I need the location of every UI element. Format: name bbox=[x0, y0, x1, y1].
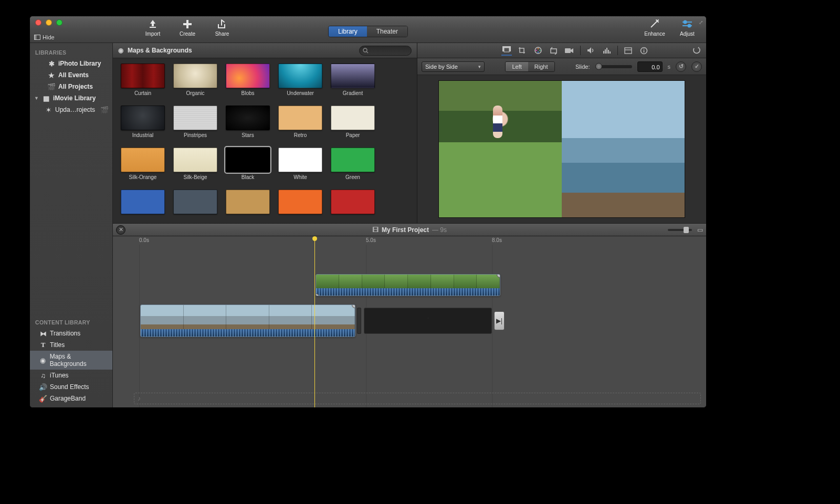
close-window-button[interactable] bbox=[35, 19, 41, 26]
content-maps-backgrounds[interactable]: ◉ Maps & Backgrounds bbox=[30, 351, 112, 370]
swatch-green[interactable]: Green bbox=[330, 148, 375, 180]
swatch-label: Underwater bbox=[287, 90, 314, 96]
backgrounds-browser: ◉ Maps & Backgrounds CurtainOrganicBlobs… bbox=[113, 43, 417, 223]
content-itunes[interactable]: ♫ iTunes bbox=[30, 370, 112, 381]
eq-tool-icon[interactable] bbox=[602, 45, 612, 56]
reset-button[interactable]: ↺ bbox=[676, 61, 686, 72]
stabilize-tool-icon[interactable] bbox=[549, 45, 559, 56]
swatch-blobs[interactable]: Blobs bbox=[225, 64, 270, 96]
swatch-curtain[interactable]: Curtain bbox=[120, 64, 165, 96]
camera-tool-icon[interactable] bbox=[564, 45, 575, 56]
transition-handle[interactable]: ▶| bbox=[494, 311, 505, 330]
playhead[interactable] bbox=[314, 236, 315, 407]
swatch-orange[interactable] bbox=[278, 190, 323, 214]
library-tab[interactable]: Library bbox=[329, 26, 367, 37]
swatch-gradient[interactable]: Gradient bbox=[330, 64, 375, 96]
swatch-white[interactable]: White bbox=[278, 148, 323, 180]
tick: 5.0s bbox=[366, 237, 376, 243]
swatch-blue[interactable] bbox=[120, 190, 165, 214]
swatch-red[interactable] bbox=[330, 190, 375, 214]
zoom-window-button[interactable] bbox=[56, 19, 62, 26]
swatch-box bbox=[121, 106, 165, 130]
slide-value[interactable]: 0.0 bbox=[637, 61, 663, 72]
overlay-tool-icon[interactable] bbox=[501, 45, 512, 56]
swatch-pinstripes[interactable]: Pinstripes bbox=[173, 106, 218, 138]
content-transitions[interactable]: ⧓ Transitions bbox=[30, 328, 112, 339]
adjust-button[interactable]: Adjust bbox=[675, 18, 700, 37]
swatch-box bbox=[173, 190, 217, 214]
color-tool-icon[interactable] bbox=[533, 45, 543, 56]
clip-gap[interactable] bbox=[357, 308, 361, 334]
swatch-label: Industrial bbox=[132, 132, 154, 138]
swatch-silk-orange[interactable]: Silk-Orange bbox=[120, 148, 165, 180]
left-button[interactable]: Left bbox=[506, 62, 528, 71]
swatch-slate[interactable] bbox=[173, 190, 218, 214]
svg-rect-18 bbox=[551, 49, 556, 53]
content-titles[interactable]: T Titles bbox=[30, 339, 112, 351]
theater-tab[interactable]: Theater bbox=[367, 26, 407, 37]
zoom-slider[interactable] bbox=[668, 229, 692, 231]
swatch-stars[interactable]: Stars bbox=[225, 106, 270, 138]
swatch-box bbox=[278, 190, 322, 214]
sidebar-item-project[interactable]: ✶ Upda…rojects 🎬 bbox=[30, 104, 112, 116]
slide-slider[interactable] bbox=[595, 65, 632, 68]
browser-header: ◉ Maps & Backgrounds bbox=[113, 43, 417, 58]
swatch-black[interactable]: Black bbox=[225, 148, 270, 180]
audio-tool-icon[interactable] bbox=[586, 45, 596, 56]
swatch-grid-scroll[interactable]: CurtainOrganicBlobsUnderwaterGradientInd… bbox=[113, 58, 417, 223]
timeline-title: 🎞 My First Project — 9s bbox=[372, 226, 447, 234]
svg-rect-19 bbox=[565, 48, 571, 53]
swatch-box bbox=[173, 106, 217, 130]
search-field[interactable] bbox=[359, 46, 412, 56]
sidebar: LIBRARIES ✱ iPhoto Library ★ All Events … bbox=[30, 43, 113, 407]
svg-rect-21 bbox=[605, 49, 606, 54]
main-clip[interactable] bbox=[140, 304, 355, 337]
sidebar-item-all-projects[interactable]: 🎬 All Projects bbox=[30, 81, 112, 92]
revert-icon[interactable] bbox=[691, 45, 702, 56]
clip-appearance-button[interactable]: ▭ bbox=[697, 226, 703, 234]
black-background-clip[interactable] bbox=[364, 308, 492, 334]
crop-tool-icon[interactable] bbox=[517, 45, 528, 56]
main-area: LIBRARIES ✱ iPhoto Library ★ All Events … bbox=[30, 43, 706, 407]
music-drop-lane[interactable]: ♪ bbox=[134, 393, 701, 404]
content-sound-effects[interactable]: 🔊 Sound Effects bbox=[30, 381, 112, 393]
sidebar-item-all-events[interactable]: ★ All Events bbox=[30, 69, 112, 81]
hide-sidebar-button[interactable]: Hide bbox=[34, 34, 55, 40]
wand-icon bbox=[648, 18, 662, 30]
music-note-icon: ♫ bbox=[39, 372, 47, 379]
create-button[interactable]: Create bbox=[175, 18, 200, 37]
svg-rect-1 bbox=[35, 35, 37, 40]
overlay-clip[interactable] bbox=[316, 274, 500, 296]
sidebar-item-iphoto[interactable]: ✱ iPhoto Library bbox=[30, 58, 112, 69]
right-button[interactable]: Right bbox=[528, 62, 554, 71]
swatch-retro[interactable]: Retro bbox=[278, 106, 323, 138]
timeline-ruler[interactable]: 0.0s 5.0s 8.0s bbox=[113, 236, 706, 246]
enhance-button[interactable]: Enhance bbox=[642, 18, 667, 37]
svg-rect-2 bbox=[150, 27, 156, 28]
fullscreen-button[interactable]: ⤢ bbox=[699, 19, 703, 25]
swatch-silk-beige[interactable]: Silk-Beige bbox=[173, 148, 218, 180]
swatch-tan[interactable] bbox=[225, 190, 270, 214]
overlay-mode-dropdown[interactable]: Side by Side▾ bbox=[422, 61, 485, 72]
swatch-box bbox=[331, 190, 375, 214]
import-button[interactable]: Import bbox=[140, 18, 165, 37]
swatch-paper[interactable]: Paper bbox=[330, 106, 375, 138]
content-garageband[interactable]: 🎸 GarageBand bbox=[30, 393, 112, 404]
content-area: ◉ Maps & Backgrounds CurtainOrganicBlobs… bbox=[113, 43, 706, 407]
sidebar-item-imovie-library[interactable]: ▼ ▦ iMovie Library bbox=[30, 92, 112, 104]
close-timeline-button[interactable]: ✕ bbox=[116, 225, 125, 235]
swatch-organic[interactable]: Organic bbox=[173, 64, 218, 96]
apply-button[interactable]: ✓ bbox=[691, 61, 702, 72]
timeline[interactable]: 0.0s 5.0s 8.0s bbox=[113, 236, 706, 407]
library-tool-icon[interactable] bbox=[623, 45, 634, 56]
disclosure-triangle[interactable]: ▼ bbox=[34, 96, 39, 101]
globe-icon: ◉ bbox=[39, 356, 47, 364]
preview-right bbox=[562, 81, 685, 217]
preview-canvas[interactable] bbox=[417, 75, 706, 223]
info-tool-icon[interactable] bbox=[639, 45, 649, 56]
swatch-underwater[interactable]: Underwater bbox=[278, 64, 323, 96]
share-button[interactable]: Share bbox=[209, 18, 235, 37]
titles-icon: T bbox=[39, 341, 47, 349]
swatch-industrial[interactable]: Industrial bbox=[120, 106, 165, 138]
minimize-window-button[interactable] bbox=[46, 19, 52, 26]
